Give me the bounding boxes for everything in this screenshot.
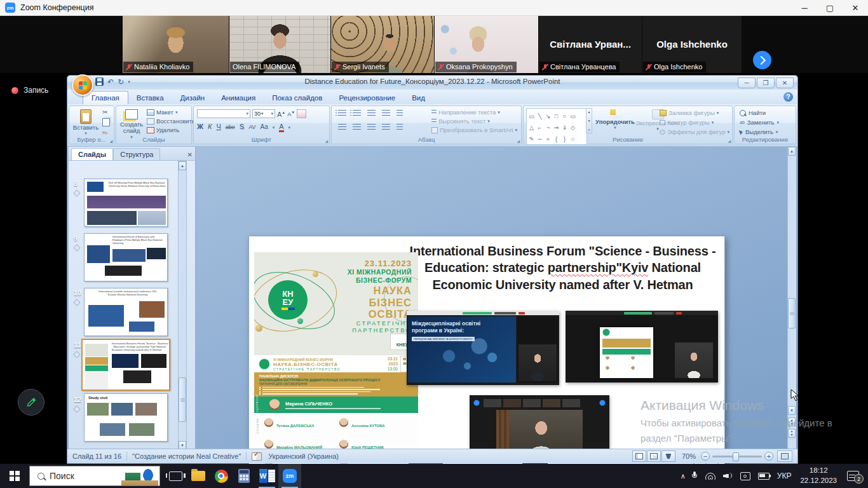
theme-name[interactable]: "Создание истории Neal Creative" bbox=[132, 452, 241, 460]
slide-thumbnail-12[interactable]: Study visit bbox=[84, 393, 168, 442]
ppt-titlebar[interactable]: ↶ ↻ ▾ Distance Education for Future_Конс… bbox=[67, 76, 797, 90]
grow-font-icon[interactable]: А▲ bbox=[277, 109, 285, 119]
word-button[interactable]: W bbox=[255, 464, 278, 488]
close-icon[interactable]: ✕ bbox=[776, 78, 794, 88]
slide-thumbnail-8[interactable]: Kick off Meeting Petro Mohyla Black Sea … bbox=[84, 179, 168, 227]
align-center-icon[interactable] bbox=[353, 124, 361, 130]
zoom-in-button[interactable]: + bbox=[764, 452, 773, 461]
change-case-button[interactable]: Aa bbox=[261, 123, 268, 131]
zoom-out-button[interactable]: − bbox=[701, 452, 710, 461]
previous-slide-button[interactable]: ▲▲ bbox=[788, 417, 796, 426]
clock[interactable]: 18:12 22.12.2023 bbox=[800, 466, 837, 485]
scroll-up-icon[interactable]: ▲ bbox=[788, 147, 796, 156]
pane-scrollbar[interactable]: ▲ ▼ bbox=[178, 161, 187, 451]
tab-view[interactable]: Вид bbox=[403, 92, 433, 104]
shape-effects-button[interactable]: Эффекты для фигур▾ bbox=[660, 128, 729, 135]
volume-icon[interactable] bbox=[723, 472, 733, 480]
slide-sorter-view-button[interactable] bbox=[647, 451, 661, 462]
delete-button[interactable]: Удалить bbox=[147, 126, 195, 133]
layout-button[interactable]: Макет▾ bbox=[147, 109, 195, 116]
smartart-button[interactable]: Преобразовать в SmartArt▾ bbox=[431, 126, 517, 133]
slideshow-view-button[interactable] bbox=[661, 451, 675, 462]
chrome-button[interactable] bbox=[210, 464, 233, 488]
replace-button[interactable]: abЗаменить▾ bbox=[740, 119, 779, 126]
scroll-up-icon[interactable]: ▲ bbox=[179, 161, 186, 170]
annotate-pencil-button[interactable] bbox=[18, 389, 44, 416]
reset-button[interactable]: Восстановить bbox=[147, 118, 195, 125]
language-switcher[interactable]: УКР bbox=[777, 471, 792, 480]
tab-design[interactable]: Дизайн bbox=[172, 92, 214, 104]
align-text-button[interactable]: Выровнять текст▾ bbox=[431, 118, 490, 125]
font-color-button[interactable]: А bbox=[279, 123, 283, 132]
dialog-launcher-icon[interactable]: ◢ bbox=[728, 139, 731, 143]
tab-outline[interactable]: Структура bbox=[113, 148, 160, 160]
strikethrough-button[interactable]: abe bbox=[226, 123, 235, 132]
main-scrollbar[interactable]: ▲ ▼ ▲▲ ▼▼ bbox=[787, 147, 796, 451]
bold-button[interactable]: Ж bbox=[197, 123, 203, 131]
select-button[interactable]: Выделить▾ bbox=[740, 128, 778, 135]
tray-microphone-icon[interactable] bbox=[692, 471, 697, 481]
participant-tile-olena[interactable]: Olena FILIMONOVA bbox=[229, 15, 330, 73]
normal-view-button[interactable] bbox=[632, 451, 646, 462]
close-icon[interactable]: ✕ bbox=[843, 0, 868, 15]
bullets-icon[interactable] bbox=[338, 110, 346, 116]
close-pane-icon[interactable]: ✕ bbox=[187, 151, 193, 160]
calculator-button[interactable] bbox=[233, 464, 255, 488]
zoom-app-button[interactable]: zm bbox=[278, 464, 301, 488]
fit-to-window-button[interactable] bbox=[777, 451, 792, 462]
display-icon[interactable] bbox=[740, 472, 750, 480]
paste-button[interactable]: Вставить ▾ bbox=[72, 107, 100, 136]
text-direction-button[interactable]: Направление текста▾ bbox=[431, 109, 500, 116]
increase-indent-icon[interactable] bbox=[382, 110, 390, 116]
columns-icon[interactable] bbox=[397, 124, 403, 130]
font-name-select[interactable]: ▾ bbox=[197, 109, 250, 118]
numbering-icon[interactable] bbox=[353, 110, 361, 116]
search-box[interactable]: Поиск bbox=[29, 466, 160, 486]
cut-icon[interactable]: ✂ bbox=[102, 109, 110, 116]
zoom-slider-track[interactable] bbox=[712, 456, 762, 458]
participant-tile-nataliia[interactable]: Nataliia Kholiavko bbox=[123, 15, 229, 73]
next-participants-button[interactable] bbox=[753, 51, 771, 69]
main-scrollbar-thumb[interactable] bbox=[788, 298, 796, 329]
tray-expand-icon[interactable]: ∧ bbox=[681, 472, 686, 480]
shapes-scroll[interactable]: ▲▼≡ bbox=[586, 108, 592, 133]
zoom-slider-thumb[interactable] bbox=[733, 452, 739, 461]
tab-review[interactable]: Рецензирование bbox=[330, 92, 403, 104]
slide-thumbnail-11-selected[interactable]: International Business Forum "Science - … bbox=[81, 339, 170, 391]
slide-thumbnail-10[interactable]: International scientific and practical c… bbox=[84, 288, 168, 336]
tab-animation[interactable]: Анимация bbox=[213, 92, 264, 104]
spellcheck-icon[interactable] bbox=[252, 452, 262, 461]
dialog-launcher-icon[interactable]: ◢ bbox=[325, 139, 328, 143]
shape-outline-button[interactable]: Контур фигуры▾ bbox=[660, 119, 714, 126]
align-right-icon[interactable] bbox=[367, 124, 376, 130]
tab-slideshow[interactable]: Показ слайдов bbox=[264, 92, 330, 104]
underline-button[interactable]: Ч bbox=[216, 123, 220, 131]
shrink-font-icon[interactable]: А▼ bbox=[287, 109, 295, 119]
participant-tile-oksana[interactable]: Oksana Prokopyshyn bbox=[435, 15, 538, 73]
justify-icon[interactable] bbox=[382, 124, 390, 130]
help-icon[interactable]: ? bbox=[783, 92, 793, 102]
office-button[interactable] bbox=[72, 74, 93, 96]
language-indicator[interactable]: Украинский (Украина) bbox=[268, 452, 339, 460]
scroll-down-icon[interactable]: ▼ bbox=[788, 406, 796, 415]
copy-icon[interactable] bbox=[102, 118, 110, 126]
text-shadow-button[interactable]: S bbox=[240, 123, 244, 131]
pane-scrollbar-thumb[interactable] bbox=[179, 377, 186, 422]
dialog-launcher-icon[interactable]: ◢ bbox=[517, 139, 520, 143]
slide-thumbnail-9[interactable]: International Forum of Educators and Emp… bbox=[84, 233, 168, 281]
wifi-icon[interactable] bbox=[705, 473, 715, 480]
decrease-indent-icon[interactable] bbox=[367, 110, 376, 116]
font-size-select[interactable]: 30+▾ bbox=[252, 109, 275, 118]
new-slide-button[interactable]: Создать слайд ▾ bbox=[118, 107, 146, 140]
italic-button[interactable]: К bbox=[208, 123, 212, 131]
shape-fill-button[interactable]: Заливка фигуры▾ bbox=[660, 109, 719, 116]
participant-tile-svitlana[interactable]: Світлана Урван... Світлана Урванцева bbox=[539, 15, 642, 73]
file-explorer-button[interactable] bbox=[187, 464, 210, 488]
character-spacing-button[interactable]: AV bbox=[248, 123, 255, 132]
task-view-button[interactable] bbox=[164, 464, 187, 488]
line-spacing-icon[interactable] bbox=[397, 110, 403, 116]
tab-slides-thumbnails[interactable]: Слайды bbox=[71, 148, 113, 160]
start-button[interactable] bbox=[0, 464, 29, 488]
find-button[interactable]: Найти bbox=[740, 109, 766, 116]
restore-icon[interactable]: ❐ bbox=[757, 78, 775, 88]
